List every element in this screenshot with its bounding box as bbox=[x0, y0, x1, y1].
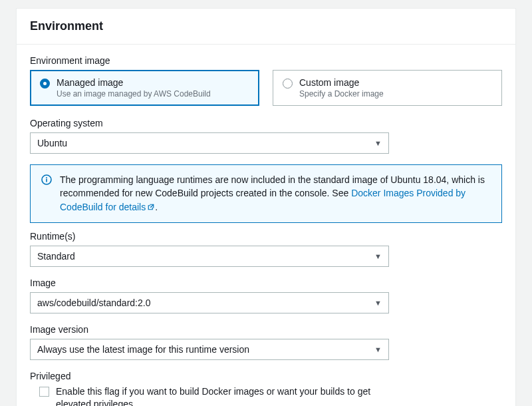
image-value: aws/codebuild/standard:2.0 bbox=[37, 298, 150, 308]
panel-body: Environment image Managed image Use an i… bbox=[17, 45, 515, 406]
external-link-icon bbox=[147, 201, 155, 214]
custom-image-content: Custom image Specify a Docker image bbox=[299, 77, 384, 99]
runtime-group: Runtime(s) Standard ▼ bbox=[30, 231, 502, 267]
operating-system-value: Ubuntu bbox=[37, 138, 67, 148]
image-select[interactable]: aws/codebuild/standard:2.0 ▼ bbox=[30, 292, 389, 313]
privileged-group: Privileged Enable this flag if you want … bbox=[30, 371, 502, 406]
custom-image-desc: Specify a Docker image bbox=[299, 89, 384, 99]
privileged-checkbox-label: Enable this flag if you want to build Do… bbox=[56, 385, 395, 406]
svg-rect-1 bbox=[46, 179, 47, 182]
image-version-label: Image version bbox=[30, 324, 502, 335]
radio-icon bbox=[40, 79, 50, 89]
runtime-label: Runtime(s) bbox=[30, 231, 502, 242]
privileged-label: Privileged bbox=[30, 371, 502, 381]
panel-title: Environment bbox=[30, 19, 502, 33]
operating-system-select[interactable]: Ubuntu ▼ bbox=[30, 132, 389, 154]
image-version-select[interactable]: Always use the latest image for this run… bbox=[30, 339, 389, 360]
svg-rect-2 bbox=[46, 177, 47, 178]
panel-header: Environment bbox=[17, 9, 515, 45]
managed-image-content: Managed image Use an image managed by AW… bbox=[57, 77, 211, 99]
chevron-down-icon: ▼ bbox=[374, 139, 382, 147]
privileged-checkbox-row: Enable this flag if you want to build Do… bbox=[39, 385, 502, 406]
info-icon bbox=[41, 174, 52, 185]
runtime-select[interactable]: Standard ▼ bbox=[30, 246, 389, 267]
radio-icon bbox=[283, 79, 293, 89]
chevron-down-icon: ▼ bbox=[374, 299, 382, 307]
image-label: Image bbox=[30, 278, 502, 288]
operating-system-label: Operating system bbox=[30, 118, 502, 128]
managed-image-desc: Use an image managed by AWS CodeBuild bbox=[57, 89, 211, 99]
environment-image-label: Environment image bbox=[30, 55, 502, 66]
image-version-value: Always use the latest image for this run… bbox=[37, 344, 249, 355]
image-version-group: Image version Always use the latest imag… bbox=[30, 324, 502, 360]
operating-system-group: Operating system Ubuntu ▼ bbox=[30, 118, 502, 154]
privileged-checkbox[interactable] bbox=[39, 387, 49, 397]
custom-image-option[interactable]: Custom image Specify a Docker image bbox=[273, 70, 502, 106]
info-text-post: . bbox=[155, 202, 158, 212]
managed-image-option[interactable]: Managed image Use an image managed by AW… bbox=[30, 70, 259, 106]
info-text: The programming language runtimes are no… bbox=[60, 173, 491, 214]
environment-panel: Environment Environment image Managed im… bbox=[16, 8, 516, 406]
custom-image-title: Custom image bbox=[299, 77, 384, 88]
chevron-down-icon: ▼ bbox=[374, 252, 382, 260]
image-group: Image aws/codebuild/standard:2.0 ▼ bbox=[30, 278, 502, 313]
environment-image-radio-group: Managed image Use an image managed by AW… bbox=[30, 70, 502, 106]
environment-image-group: Environment image Managed image Use an i… bbox=[30, 55, 502, 106]
chevron-down-icon: ▼ bbox=[374, 345, 382, 353]
runtime-info-box: The programming language runtimes are no… bbox=[30, 164, 502, 223]
managed-image-title: Managed image bbox=[57, 77, 211, 88]
runtime-value: Standard bbox=[37, 251, 75, 262]
